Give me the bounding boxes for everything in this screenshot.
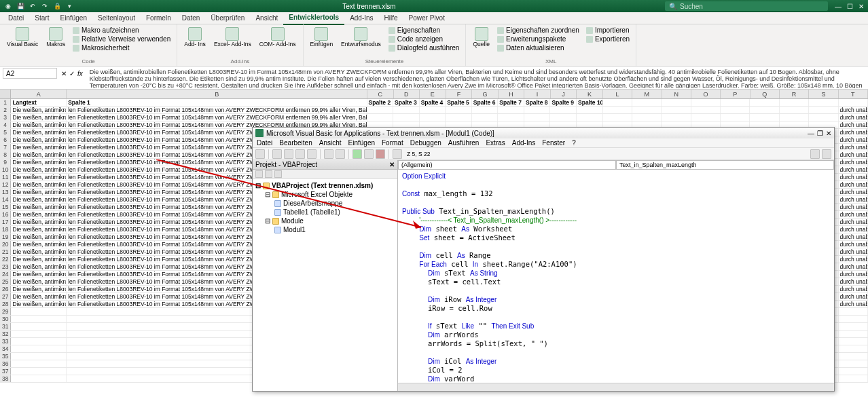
row-header[interactable]: 4 bbox=[0, 121, 11, 128]
cell[interactable] bbox=[839, 353, 868, 360]
btn-erweiterungspakete[interactable]: Erweiterungspakete bbox=[495, 35, 581, 43]
tab-einfuegen[interactable]: Einfügen bbox=[54, 12, 92, 24]
cell[interactable]: Langtext bbox=[11, 99, 67, 106]
fx-icon[interactable]: fx bbox=[77, 70, 83, 77]
search-box[interactable]: 🔍 Suchen bbox=[665, 1, 828, 11]
col-header-F[interactable]: F bbox=[446, 90, 473, 98]
cell[interactable] bbox=[662, 107, 691, 113]
tab-ansicht[interactable]: Ansicht bbox=[250, 12, 283, 24]
table-row[interactable]: 2Die weißen, antimikrobiellen Folienetik… bbox=[0, 107, 868, 114]
cell[interactable]: durch unabhängi bbox=[839, 263, 868, 270]
cell[interactable] bbox=[809, 107, 838, 113]
cell[interactable] bbox=[367, 107, 394, 113]
row-header[interactable]: 11 bbox=[0, 174, 11, 181]
cell[interactable]: durch unabhängi bbox=[839, 159, 868, 166]
cell[interactable] bbox=[750, 99, 779, 106]
vbe-menu-addins[interactable]: Add-Ins bbox=[512, 139, 535, 147]
tab-addins[interactable]: Add-Ins bbox=[344, 12, 378, 24]
row-header[interactable]: 21 bbox=[0, 248, 11, 255]
cell[interactable] bbox=[839, 360, 868, 367]
cell[interactable] bbox=[11, 375, 67, 382]
cell[interactable]: Die weißen, antimikrobiel bbox=[11, 256, 67, 263]
cell[interactable]: Die weißen, antimikrobiel bbox=[11, 151, 67, 158]
cell[interactable]: Spalte 6 bbox=[472, 99, 499, 106]
cell[interactable] bbox=[498, 114, 524, 121]
maximize-icon[interactable]: ☐ bbox=[847, 3, 853, 10]
cell[interactable]: durch unabhängi bbox=[839, 181, 868, 188]
vbe-menu-datei[interactable]: Datei bbox=[257, 139, 272, 147]
cell[interactable] bbox=[632, 114, 662, 121]
cell[interactable] bbox=[11, 360, 67, 367]
cell[interactable]: durch unabhängi bbox=[839, 271, 868, 278]
col-header-G[interactable]: G bbox=[472, 90, 499, 98]
cell[interactable]: Die weißen, antimikrobiel bbox=[11, 181, 67, 188]
row-header[interactable]: 26 bbox=[0, 286, 11, 292]
cell[interactable]: durch unabhängi bbox=[839, 256, 868, 263]
row-header[interactable]: 19 bbox=[0, 233, 11, 240]
cell[interactable] bbox=[839, 316, 868, 322]
cell[interactable] bbox=[472, 107, 499, 113]
cell[interactable]: Die weißen, antimikrobiel bbox=[11, 189, 67, 195]
cell[interactable]: Die weißen, antimikrobiel bbox=[11, 129, 67, 136]
cell[interactable] bbox=[577, 107, 603, 113]
cell[interactable]: Die weißen, antimikrobiel bbox=[11, 121, 67, 128]
name-box[interactable]: A2 bbox=[3, 68, 57, 79]
vbe-tb-break-icon[interactable] bbox=[364, 149, 374, 159]
cell[interactable]: Spalte 9 bbox=[550, 99, 577, 106]
table-row[interactable]: 3Die weißen, antimikrobiellen Folienetik… bbox=[0, 114, 868, 121]
cell[interactable] bbox=[839, 330, 868, 337]
vbe-menu-einfuegen[interactable]: Einfügen bbox=[348, 139, 375, 147]
cell[interactable]: Die weißen, antimikrobiel bbox=[11, 263, 67, 270]
proj-tb-view-icon[interactable] bbox=[255, 170, 263, 178]
row-header[interactable]: 3 bbox=[0, 114, 11, 121]
cell[interactable] bbox=[691, 114, 721, 121]
col-header-H[interactable]: H bbox=[499, 90, 525, 98]
cell[interactable]: durch unabhängi bbox=[839, 136, 868, 143]
cell[interactable]: durch unabhängi bbox=[839, 151, 868, 158]
row-header[interactable]: 36 bbox=[0, 360, 11, 367]
cell[interactable] bbox=[691, 99, 721, 106]
cell[interactable]: durch unabhängi bbox=[839, 204, 868, 210]
row-header[interactable]: 7 bbox=[0, 144, 11, 151]
vbe-menu-extras[interactable]: Extras bbox=[486, 139, 505, 147]
tab-start[interactable]: Start bbox=[29, 12, 54, 24]
cell[interactable] bbox=[393, 107, 420, 113]
vbe-menu-ansicht[interactable]: Ansicht bbox=[319, 139, 342, 147]
procedure-dropdown[interactable]: Text_in_Spalten_maxLength bbox=[616, 160, 834, 170]
cell[interactable]: Die weißen, antimikrobiel bbox=[11, 286, 67, 292]
cell[interactable] bbox=[662, 114, 691, 121]
vbe-tb-run-icon[interactable] bbox=[352, 149, 362, 159]
col-header-E[interactable]: E bbox=[420, 90, 446, 98]
cell[interactable]: Die weißen, antimikrobiel bbox=[11, 166, 67, 173]
row-header[interactable]: 12 bbox=[0, 181, 11, 188]
row-header[interactable]: 8 bbox=[0, 151, 11, 158]
row-header[interactable]: 9 bbox=[0, 159, 11, 166]
cell[interactable]: durch unabhängi bbox=[839, 278, 868, 285]
code-editor[interactable]: Option Explicit Const max_length = 132 P… bbox=[398, 170, 834, 383]
tree-root[interactable]: ⊟VBAProject (Text trennen.xlsm) bbox=[255, 181, 395, 190]
row-header[interactable]: 1 bbox=[0, 99, 11, 106]
vbe-menu-ausfuehren[interactable]: Ausführen bbox=[448, 139, 480, 147]
col-header-O[interactable]: O bbox=[691, 90, 721, 98]
row-header[interactable]: 25 bbox=[0, 278, 11, 285]
tab-powerpivot[interactable]: Power Pivot bbox=[403, 12, 450, 24]
cell[interactable] bbox=[577, 114, 603, 121]
cell[interactable]: durch unabhängi bbox=[839, 144, 868, 151]
cell[interactable] bbox=[393, 114, 420, 121]
cell[interactable]: Die weißen, antimikrobiel bbox=[11, 107, 67, 113]
row-header[interactable]: 31 bbox=[0, 323, 11, 330]
cell[interactable] bbox=[11, 323, 67, 330]
close-icon[interactable]: ✕ bbox=[858, 3, 864, 10]
vbe-menu-format[interactable]: Format bbox=[382, 139, 403, 147]
cell[interactable] bbox=[662, 99, 691, 106]
vbe-tb-reset-icon[interactable] bbox=[376, 149, 385, 159]
cell[interactable]: Spalte 1 bbox=[67, 99, 367, 106]
cell[interactable] bbox=[11, 308, 67, 315]
cell[interactable]: Spalte 10 bbox=[577, 99, 603, 106]
cell[interactable] bbox=[809, 99, 838, 106]
cell[interactable]: Spalte 5 bbox=[446, 99, 472, 106]
btn-eigenschaften[interactable]: Eigenschaften bbox=[386, 26, 462, 35]
row-header[interactable]: 32 bbox=[0, 330, 11, 337]
vbe-close-icon[interactable]: ✕ bbox=[826, 130, 831, 137]
col-header-P[interactable]: P bbox=[721, 90, 750, 98]
